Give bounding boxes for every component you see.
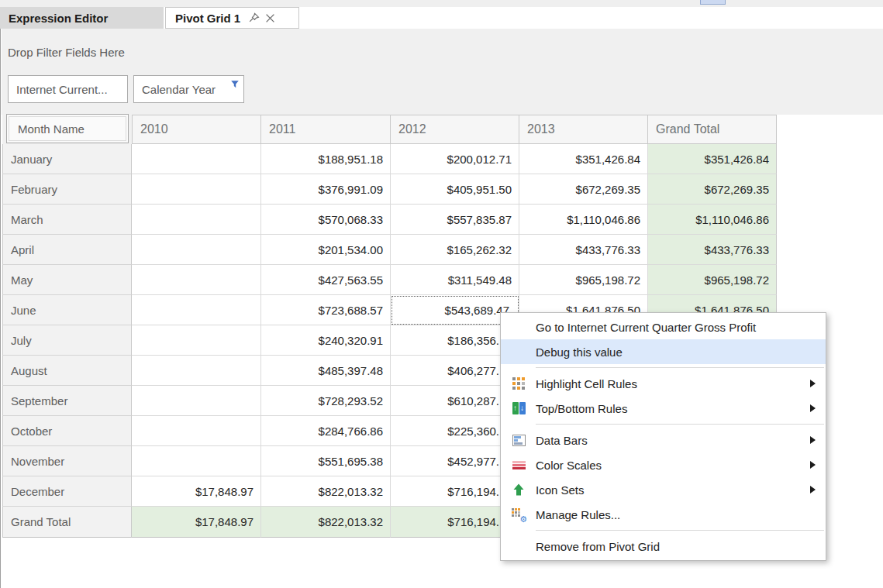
menu-item-label: Manage Rules... [536,508,620,521]
row-header-january[interactable]: January [2,144,132,174]
menu-item-label: Highlight Cell Rules [536,377,637,390]
data-cell-february-2011[interactable]: $376,991.09 [261,174,391,205]
filter-funnel-icon[interactable] [230,78,240,91]
data-cell-may-2012[interactable]: $311,549.48 [391,265,519,295]
top-strip [0,0,883,7]
column-header-2010[interactable]: 2010 [132,115,261,144]
column-header-2011[interactable]: 2011 [261,115,391,144]
data-cell-march-2011[interactable]: $570,068.33 [261,205,391,235]
menu-item-icon-sets[interactable]: Icon Sets [501,477,826,502]
menu-separator [536,530,824,531]
data-cell-july-2011[interactable]: $240,320.91 [261,325,391,356]
menu-item-label: Remove from Pivot Grid [536,540,660,553]
data-cell-may-2013[interactable]: $965,198.72 [519,265,648,295]
filter-field-internet-current[interactable]: Internet Current... [8,75,128,103]
data-cell-grand-total-2011[interactable]: $822,013.32 [261,507,391,538]
month-name-field-button[interactable]: Month Name [6,114,129,143]
row-header-october[interactable]: October [2,416,132,446]
data-cell-june-2011[interactable]: $723,688.57 [261,295,391,325]
context-menu: Go to Internet Current Quarter Gross Pro… [500,312,826,561]
pivot-corner: Month Name [2,115,132,144]
drop-filter-fields-hint: Drop Filter Fields Here [8,46,125,59]
submenu-arrow-icon [810,461,816,469]
data-cell-february-2010[interactable] [132,174,261,205]
data-cell-january-2012[interactable]: $200,012.71 [391,144,519,174]
menu-item-label: Color Scales [536,459,602,472]
data-cell-december-2010[interactable]: $17,848.97 [132,476,261,507]
menu-item-go-to-internet-current-quarter-gross-profit[interactable]: Go to Internet Current Quarter Gross Pro… [501,315,826,339]
data-cell-february-2013[interactable]: $672,269.35 [519,174,648,205]
data-cell-september-2010[interactable] [132,386,261,416]
submenu-arrow-icon [810,380,816,387]
data-cell-may-2010[interactable] [132,265,261,295]
data-cell-march-2013[interactable]: $1,110,046.86 [519,205,648,235]
row-header-june[interactable]: June [2,295,132,325]
data-cell-october-2010[interactable] [132,416,261,446]
data-cell-november-2011[interactable]: $551,695.38 [261,446,391,476]
menu-item-highlight-cell-rules[interactable]: Highlight Cell Rules [501,371,826,396]
column-header-2012[interactable]: 2012 [391,115,519,144]
icon-sets-icon [509,483,528,496]
top-bottom-rules-icon: ↑↓ [509,402,528,414]
data-cell-december-2011[interactable]: $822,013.32 [261,476,391,507]
data-cell-april-2011[interactable]: $201,534.00 [261,235,391,265]
column-header-grand-total[interactable]: Grand Total [648,115,777,144]
menu-item-label: Debug this value [536,346,623,359]
data-cell-january-grand-total[interactable]: $351,426.84 [648,144,777,174]
data-cell-october-2011[interactable]: $284,766.86 [261,416,391,446]
data-cell-march-grand-total[interactable]: $1,110,046.86 [648,205,777,235]
row-header-july[interactable]: July [2,325,132,356]
tab-pivot-grid-1-label: Pivot Grid 1 [175,12,240,25]
data-cell-september-2011[interactable]: $728,293.52 [261,386,391,416]
data-cell-june-2010[interactable] [132,295,261,325]
tab-pivot-grid-1[interactable]: Pivot Grid 1 [165,7,299,29]
data-cell-january-2011[interactable]: $188,951.18 [261,144,391,174]
data-cell-july-2010[interactable] [132,325,261,356]
row-header-november[interactable]: November [2,446,132,476]
filter-field-calendar-year[interactable]: Calendar Year [133,75,244,103]
menu-item-manage-rules[interactable]: ⚙Manage Rules... [501,502,826,527]
menu-item-top-bottom-rules[interactable]: ↑↓Top/Bottom Rules [501,396,826,421]
row-header-march[interactable]: March [2,205,132,235]
data-cell-april-grand-total[interactable]: $433,776.33 [648,235,777,265]
menu-item-label: Icon Sets [536,483,585,497]
row-header-grand-total[interactable]: Grand Total [2,507,132,538]
menu-item-debug-this-value[interactable]: Debug this value [501,339,826,364]
pin-icon[interactable] [248,12,260,24]
submenu-arrow-icon [810,404,816,412]
data-cell-february-grand-total[interactable]: $672,269.35 [648,174,777,205]
data-cell-august-2010[interactable] [132,356,261,386]
data-cell-january-2010[interactable] [132,144,261,174]
menu-item-color-scales[interactable]: Color Scales [501,452,826,477]
data-cell-grand-total-2010[interactable]: $17,848.97 [132,507,261,538]
data-cell-august-2011[interactable]: $485,397.48 [261,356,391,386]
data-cell-april-2010[interactable] [132,235,261,265]
submenu-arrow-icon [810,436,816,444]
tab-expression-editor[interactable]: Expression Editor [0,7,164,29]
menu-item-data-bars[interactable]: Data Bars [501,428,826,452]
data-cell-march-2010[interactable] [132,205,261,235]
data-cell-april-2012[interactable]: $165,262.32 [391,235,519,265]
row-header-february[interactable]: February [2,174,132,205]
row-header-september[interactable]: September [2,386,132,416]
data-cell-march-2012[interactable]: $557,835.87 [391,205,519,235]
tab-bar: Expression Editor Pivot Grid 1 [0,7,883,29]
row-header-august[interactable]: August [2,356,132,386]
menu-item-label: Top/Bottom Rules [536,402,627,415]
data-cell-november-2010[interactable] [132,446,261,476]
menu-item-remove-from-pivot-grid[interactable]: Remove from Pivot Grid [501,534,826,559]
data-cell-february-2012[interactable]: $405,951.50 [391,174,519,205]
row-header-may[interactable]: May [2,265,132,295]
row-header-december[interactable]: December [2,476,132,507]
color-scales-icon [509,461,528,469]
data-cell-may-2011[interactable]: $427,563.55 [261,265,391,295]
toolbar-button-fragment[interactable] [700,0,726,5]
menu-separator [536,367,824,368]
data-cell-may-grand-total[interactable]: $965,198.72 [648,265,777,295]
data-cell-april-2013[interactable]: $433,776.33 [519,235,648,265]
close-icon[interactable] [265,13,275,23]
data-cell-january-2013[interactable]: $351,426.84 [519,144,648,174]
menu-item-label: Go to Internet Current Quarter Gross Pro… [536,321,756,334]
column-header-2013[interactable]: 2013 [519,115,648,144]
row-header-april[interactable]: April [2,235,132,265]
